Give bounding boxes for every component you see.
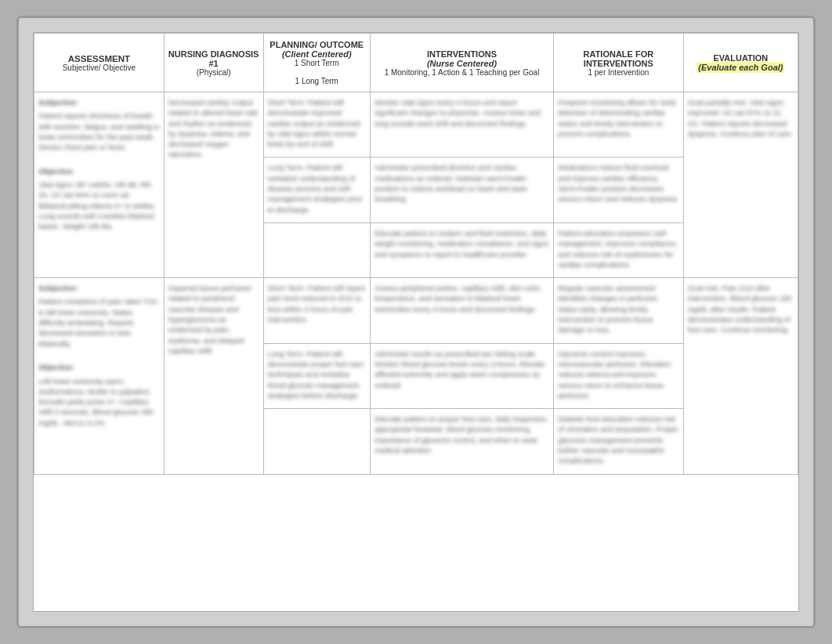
page-container: ASSESSMENT Subjective/ Objective NURSING… xyxy=(16,16,816,628)
header-planning: PLANNING/ OUTCOME (Client Centered) 1 Sh… xyxy=(263,34,371,92)
cell-planning-1b: Long Term: Patient will verbalize unders… xyxy=(263,157,371,223)
cell-diagnosis-1: Decreased cardiac output related to alte… xyxy=(164,92,263,278)
cell-interventions-1a: Monitor vital signs every 4 hours and re… xyxy=(371,92,554,157)
table-row: Subjective: Patient complains of pain ra… xyxy=(34,278,798,343)
cell-rationale-1b: Medications reduce fluid overload and im… xyxy=(554,157,684,223)
cell-rationale-2c: Diabetic foot education reduces risk of … xyxy=(554,409,684,474)
cell-interventions-1b: Administer prescribed diuretics and card… xyxy=(371,157,554,223)
cell-assessment-1: Subjective: Patient reports shortness of… xyxy=(34,92,165,278)
cell-planning-2c xyxy=(263,409,371,474)
cell-interventions-2c: Educate patient on proper foot care, dai… xyxy=(371,409,554,474)
cell-planning-2a: Short Term: Patient will report pain lev… xyxy=(263,278,371,343)
cell-rationale-1c: Patient education empowers self-manageme… xyxy=(554,223,684,277)
cell-diagnosis-2: Impaired tissue perfusion related to per… xyxy=(164,278,263,474)
header-evaluation: EVALUATION (Evaluate each Goal) xyxy=(683,34,798,92)
cell-planning-1: Short Term: Patient will demonstrate imp… xyxy=(263,92,371,157)
cell-evaluation-1: Goal partially met. Vital signs improved… xyxy=(683,92,798,278)
table-wrapper: ASSESSMENT Subjective/ Objective NURSING… xyxy=(33,32,799,612)
cell-rationale-2a: Regular vascular assessment identifies c… xyxy=(554,278,684,343)
header-diagnosis: NURSING DIAGNOSIS #1 (Physical) xyxy=(164,34,263,92)
cell-rationale-1a: Frequent monitoring allows for early det… xyxy=(554,92,684,157)
header-interventions: INTERVENTIONS (Nurse Centered) 1 Monitor… xyxy=(371,34,554,92)
cell-rationale-2b: Glycemic control improves microvascular … xyxy=(554,343,684,408)
cell-interventions-2a: Assess peripheral pulses, capillary refi… xyxy=(371,278,554,343)
cell-planning-1c xyxy=(263,223,371,277)
cell-planning-2b: Long Term: Patient will demonstrate prop… xyxy=(263,343,371,408)
cell-interventions-1c: Educate patient on sodium and fluid rest… xyxy=(371,223,554,277)
cell-assessment-2: Subjective: Patient complains of pain ra… xyxy=(34,278,165,474)
cell-interventions-2b: Administer insulin as prescribed per sli… xyxy=(371,343,554,408)
cell-evaluation-2: Goal met. Pain 2/10 after intervention. … xyxy=(683,278,798,474)
header-rationale: RATIONALE FOR INTERVENTIONS 1 per Interv… xyxy=(554,34,684,92)
care-plan-table: ASSESSMENT Subjective/ Objective NURSING… xyxy=(34,33,798,475)
header-assessment: ASSESSMENT Subjective/ Objective xyxy=(34,34,165,92)
table-row: Subjective: Patient reports shortness of… xyxy=(34,92,798,157)
